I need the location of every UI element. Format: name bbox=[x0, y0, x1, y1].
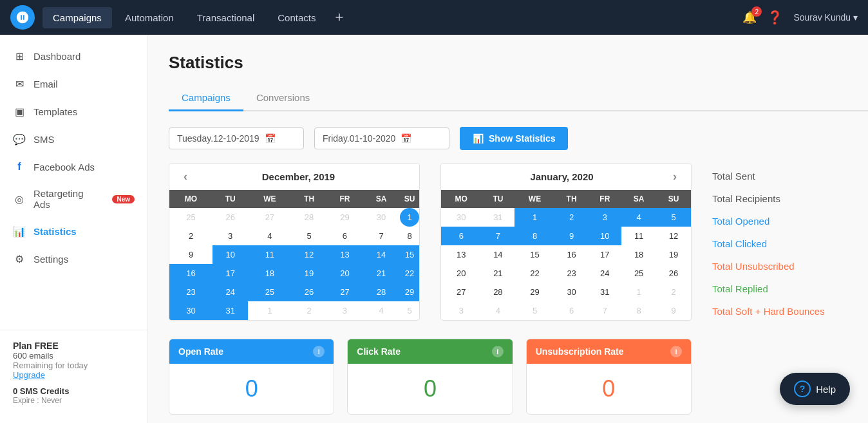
sidebar-item-facebook[interactable]: f Facebook Ads bbox=[0, 153, 147, 180]
calendar-day[interactable]: 3 bbox=[212, 227, 248, 245]
calendar-day[interactable]: 10 bbox=[212, 245, 248, 264]
calendar-day[interactable]: 19 bbox=[291, 264, 326, 283]
calendar-day[interactable]: 9 bbox=[555, 227, 589, 245]
calendar-day[interactable]: 12 bbox=[291, 245, 326, 264]
calendar-day[interactable]: 27 bbox=[441, 283, 482, 301]
calendar-day[interactable]: 26 bbox=[291, 283, 326, 301]
calendar-day[interactable]: 1 bbox=[248, 301, 291, 320]
open-rate-info-icon[interactable]: i bbox=[313, 346, 325, 357]
calendar-day[interactable]: 29 bbox=[514, 283, 555, 301]
calendar-day[interactable]: 28 bbox=[363, 283, 400, 301]
calendar-day[interactable]: 19 bbox=[656, 245, 691, 264]
calendar-day[interactable]: 14 bbox=[363, 245, 400, 264]
sidebar-item-dashboard[interactable]: ⊞ Dashboard bbox=[0, 42, 147, 70]
help-icon[interactable]: ❓ bbox=[767, 10, 783, 25]
nav-transactional[interactable]: Transactional bbox=[187, 7, 265, 28]
calendar-day[interactable]: 13 bbox=[327, 245, 363, 264]
nav-add-button[interactable]: + bbox=[328, 6, 350, 28]
notification-bell[interactable]: 🔔 2 bbox=[742, 10, 757, 24]
calendar-day[interactable]: 16 bbox=[169, 264, 212, 283]
calendar-day[interactable]: 4 bbox=[363, 301, 400, 320]
calendar-day[interactable]: 3 bbox=[441, 301, 482, 320]
calendar-day[interactable]: 9 bbox=[656, 301, 691, 320]
sidebar-item-settings[interactable]: ⚙ Settings bbox=[0, 245, 147, 273]
end-date-calendar-icon[interactable]: 📅 bbox=[401, 133, 411, 144]
calendar-day[interactable]: 6 bbox=[555, 301, 589, 320]
calendar-day[interactable]: 15 bbox=[400, 245, 419, 264]
show-statistics-button[interactable]: 📊 Show Statistics bbox=[460, 127, 568, 150]
calendar-day[interactable]: 7 bbox=[588, 301, 621, 320]
start-date-calendar-icon[interactable]: 📅 bbox=[265, 133, 276, 144]
calendar-day[interactable]: 2 bbox=[291, 301, 326, 320]
calendar-day[interactable]: 4 bbox=[248, 227, 291, 245]
sidebar-item-retargeting[interactable]: ◎ Retargeting Ads New bbox=[0, 180, 147, 218]
calendar-day[interactable]: 29 bbox=[400, 283, 419, 301]
calendar-day[interactable]: 21 bbox=[363, 264, 400, 283]
calendar-day[interactable]: 30 bbox=[363, 208, 400, 227]
calendar-day[interactable]: 11 bbox=[248, 245, 291, 264]
calendar-day[interactable]: 31 bbox=[212, 301, 248, 320]
calendar-day[interactable]: 28 bbox=[291, 208, 326, 227]
unsub-rate-info-icon[interactable]: i bbox=[670, 346, 682, 357]
calendar-day[interactable]: 15 bbox=[514, 245, 555, 264]
calendar-day[interactable]: 22 bbox=[400, 264, 419, 283]
calendar-day[interactable]: 25 bbox=[169, 208, 212, 227]
calendar-day[interactable]: 2 bbox=[656, 283, 691, 301]
calendar-day[interactable]: 20 bbox=[327, 264, 363, 283]
calendar-day[interactable]: 20 bbox=[441, 264, 482, 283]
calendar-day[interactable]: 4 bbox=[482, 301, 515, 320]
calendar-day[interactable]: 7 bbox=[482, 227, 515, 245]
click-rate-info-icon[interactable]: i bbox=[492, 346, 504, 357]
calendar-day[interactable]: 21 bbox=[482, 264, 515, 283]
app-logo[interactable] bbox=[10, 5, 35, 30]
calendar-day[interactable]: 6 bbox=[441, 227, 482, 245]
calendar-day[interactable]: 14 bbox=[482, 245, 515, 264]
calendar-day[interactable]: 16 bbox=[555, 245, 589, 264]
sidebar-item-email[interactable]: ✉ Email bbox=[0, 70, 147, 98]
calendar-day[interactable]: 8 bbox=[621, 301, 656, 320]
calendar-day[interactable]: 23 bbox=[555, 264, 589, 283]
prev-month-button[interactable]: ‹ bbox=[180, 170, 191, 183]
tab-conversions[interactable]: Conversions bbox=[243, 86, 323, 111]
calendar-day[interactable]: 18 bbox=[621, 245, 656, 264]
help-button[interactable]: ? Help bbox=[780, 373, 850, 405]
calendar-day[interactable]: 27 bbox=[327, 283, 363, 301]
calendar-day[interactable]: 6 bbox=[327, 227, 363, 245]
calendar-day[interactable]: 24 bbox=[212, 283, 248, 301]
start-date-input[interactable]: Tuesday.12-10-2019 📅 bbox=[169, 127, 304, 149]
next-month-button[interactable]: › bbox=[669, 170, 681, 183]
calendar-day[interactable]: 13 bbox=[441, 245, 482, 264]
calendar-day[interactable]: 26 bbox=[212, 208, 248, 227]
calendar-day[interactable]: 26 bbox=[656, 264, 691, 283]
calendar-day[interactable]: 24 bbox=[588, 264, 621, 283]
calendar-day[interactable]: 30 bbox=[441, 208, 482, 227]
calendar-day[interactable]: 17 bbox=[212, 264, 248, 283]
calendar-day[interactable]: 10 bbox=[588, 227, 621, 245]
calendar-day[interactable]: 30 bbox=[555, 283, 589, 301]
upgrade-link[interactable]: Upgrade bbox=[13, 370, 135, 380]
calendar-day[interactable]: 23 bbox=[169, 283, 212, 301]
nav-automation[interactable]: Automation bbox=[115, 7, 184, 28]
calendar-day[interactable]: 25 bbox=[621, 264, 656, 283]
calendar-day[interactable]: 17 bbox=[588, 245, 621, 264]
sidebar-item-sms[interactable]: 💬 SMS bbox=[0, 126, 147, 153]
calendar-day[interactable]: 5 bbox=[400, 301, 419, 320]
sidebar-item-templates[interactable]: ▣ Templates bbox=[0, 98, 147, 126]
calendar-day[interactable]: 2 bbox=[169, 227, 212, 245]
end-date-input[interactable]: Friday.01-10-2020 📅 bbox=[314, 127, 449, 149]
calendar-day[interactable]: 12 bbox=[656, 227, 691, 245]
calendar-day[interactable]: 11 bbox=[621, 227, 656, 245]
calendar-day[interactable]: 4 bbox=[621, 208, 656, 227]
calendar-day[interactable]: 8 bbox=[400, 227, 419, 245]
calendar-day[interactable]: 27 bbox=[248, 208, 291, 227]
calendar-day[interactable]: 3 bbox=[327, 301, 363, 320]
calendar-day[interactable]: 29 bbox=[327, 208, 363, 227]
calendar-day[interactable]: 22 bbox=[514, 264, 555, 283]
calendar-day[interactable]: 5 bbox=[291, 227, 326, 245]
calendar-day[interactable]: 3 bbox=[588, 208, 621, 227]
calendar-day[interactable]: 2 bbox=[555, 208, 589, 227]
calendar-day[interactable]: 31 bbox=[588, 283, 621, 301]
nav-campaigns[interactable]: Campaigns bbox=[42, 7, 112, 28]
calendar-day[interactable]: 7 bbox=[363, 227, 400, 245]
calendar-day[interactable]: 28 bbox=[482, 283, 515, 301]
